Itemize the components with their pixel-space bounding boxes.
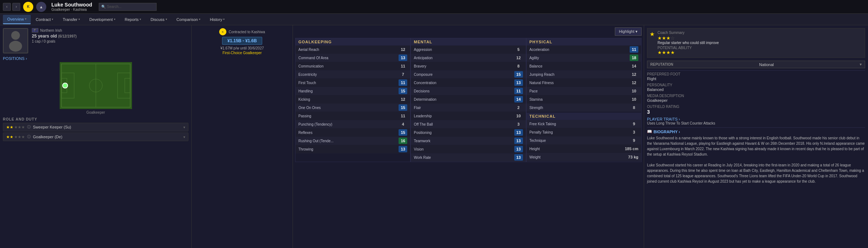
positions-label[interactable]: POSITIONS ›: [3, 56, 188, 61]
stat-stamina: Stamina 10: [527, 95, 641, 104]
preferred-foot-label: PREFERRED FOOT: [647, 72, 865, 76]
stat-first-touch: First Touch 11: [295, 79, 410, 87]
stat-decisions: Decisions 11: [411, 87, 526, 95]
mental-header: MENTAL: [411, 38, 526, 45]
personality-block: PERSONALITY Balanced: [647, 83, 865, 92]
dropdown-arrow-1[interactable]: ▾: [183, 125, 185, 129]
menu-history[interactable]: History ▾: [205, 15, 229, 24]
highlight-bar: Highlight ▾: [295, 27, 642, 36]
stat-leadership: Leadership 10: [411, 112, 526, 120]
stat-acceleration: Acceleration 11: [527, 45, 641, 54]
stat-aggression: Aggression 5: [411, 45, 526, 54]
personality-value: Balanced: [647, 87, 865, 92]
stat-concentration: Concentration 13: [411, 79, 526, 87]
pitch-label: Goalkeeper: [3, 110, 188, 114]
traits-label[interactable]: PLAYER TRAITS ›: [647, 117, 865, 121]
traits-item: Uses Long Throw To Start Counter Attacks: [647, 121, 865, 125]
menu-arrow: ▾: [166, 18, 167, 21]
biography-section: 📖 BIOGRAPHY › Luke Southwood is a name m…: [647, 129, 865, 184]
flag-icon: 🏴: [32, 28, 38, 32]
player-caps: 1 cap / 0 goals: [32, 39, 188, 43]
stat-reflexes: Reflexes 15: [295, 129, 410, 137]
stat-agility: Agility 18: [527, 54, 641, 62]
menu-bar: Overview ▾ Contract ▾ Transfer ▾ Develop…: [0, 14, 868, 25]
info-icon-2: ⓘ: [27, 134, 31, 139]
role-name-1: Sweeper Keeper (Su): [33, 125, 181, 129]
svg-point-0: [11, 31, 20, 40]
biography-title: 📖 BIOGRAPHY ›: [647, 129, 865, 134]
contract-role: First-Choice Goalkeeper: [222, 51, 261, 55]
stat-technique: Technique 9: [527, 136, 641, 145]
menu-overview[interactable]: Overview ▾: [3, 15, 31, 24]
role-item-1[interactable]: ★★★★★ ⓘ Sweeper Keeper (Su) ▾: [3, 123, 188, 131]
menu-arrow: ▾: [52, 18, 53, 21]
mental-section: MENTAL Aggression 5 Anticipation 12 Brav…: [410, 38, 526, 162]
personality-label: PERSONALITY: [647, 83, 865, 87]
stat-bravery: Bravery 8: [411, 62, 526, 70]
up-arrow-btn[interactable]: ▲: [36, 2, 46, 12]
center-panel: Highlight ▾ GOALKEEPING Aerial Reach 12 …: [293, 25, 644, 248]
role-item-2[interactable]: ★★★★★ ⓘ Goalkeeper (De) ▾: [3, 132, 188, 141]
stat-flair: Flair 2: [411, 104, 526, 112]
biography-icon: 📖: [647, 129, 652, 134]
player-subtitle: Goalkeeper · Kashiwa: [51, 8, 92, 12]
stat-penalty-taking: Penalty Taking 3: [527, 128, 641, 136]
stat-positioning: Positioning 13: [411, 129, 526, 137]
media-label: MEDIA DESCRIPTION: [647, 94, 865, 98]
menu-discuss[interactable]: Discuss ▾: [146, 15, 171, 24]
highlight-button[interactable]: Highlight ▾: [615, 27, 642, 36]
dropdown-arrow-2[interactable]: ▾: [183, 135, 185, 139]
player-title: Luke Southwood Goalkeeper · Kashiwa: [51, 2, 92, 12]
role-duty: ROLE AND DUTY ★★★★★ ⓘ Sweeper Keeper (Su…: [3, 117, 188, 141]
stats-grid: GOALKEEPING Aerial Reach 12 Command Of A…: [295, 38, 642, 162]
stat-rushing-out: Rushing Out (Tende... 16: [295, 137, 410, 145]
role-name-2: Goalkeeper (De): [33, 135, 181, 139]
coach-summary-box: ★ Coach Summary ★★★☆ Regular starter who…: [647, 28, 865, 58]
stat-eccentricity: Eccentricity 7: [295, 70, 410, 79]
svg-point-10: [63, 83, 68, 88]
reputation-dropdown[interactable]: REPUTATION National ▾: [647, 61, 865, 68]
menu-arrow: ▾: [199, 18, 200, 21]
stat-height: Height 185 cm: [527, 145, 641, 153]
stat-handling: Handling 15: [295, 87, 410, 95]
right-panel: ★ Coach Summary ★★★☆ Regular starter who…: [644, 25, 868, 248]
reputation-section: REPUTATION National ▾: [647, 61, 865, 68]
divider-2: [647, 127, 865, 128]
forward-button[interactable]: ›: [12, 3, 20, 11]
goalkeeping-header: GOALKEEPING: [295, 38, 410, 45]
stat-anticipation: Anticipation 12: [411, 54, 526, 62]
stat-jumping-reach: Jumping Reach 12: [527, 70, 641, 79]
physical-header: PHYSICAL: [527, 38, 641, 45]
menu-reports[interactable]: Reports ▾: [120, 15, 146, 24]
left-panel: 🏴 Northern Irish 25 years old (6/12/1997…: [0, 25, 192, 248]
menu-arrow: ▾: [114, 18, 115, 21]
search-box[interactable]: 🔍 Search...: [99, 3, 157, 11]
menu-arrow: ▾: [223, 18, 225, 21]
menu-comparison[interactable]: Comparison ▾: [172, 15, 205, 24]
coach-stars: ★★★☆: [658, 35, 719, 41]
pitch-container: [60, 62, 132, 110]
divider-1: [647, 70, 865, 71]
preferred-foot-block: PREFERRED FOOT Right: [647, 72, 865, 81]
reputation-value: National: [759, 62, 774, 67]
menu-development[interactable]: Development ▾: [85, 15, 120, 24]
stat-punching: Punching (Tendency) 4: [295, 120, 410, 129]
player-traits-block: PLAYER TRAITS › Uses Long Throw To Start…: [647, 117, 865, 125]
stat-free-kick: Free Kick Taking 9: [527, 120, 641, 128]
stat-passing: Passing 11: [295, 112, 410, 120]
goalkeeping-section: GOALKEEPING Aerial Reach 12 Command Of A…: [295, 38, 410, 162]
stat-natural-fitness: Natural Fitness 12: [527, 79, 641, 87]
coach-label: Coach Summary: [658, 31, 719, 35]
info-icon-1: ⓘ: [27, 125, 31, 130]
stat-one-on-ones: One On Ones 15: [295, 104, 410, 112]
back-button[interactable]: ‹: [3, 3, 11, 11]
physical-section: PHYSICAL Acceleration 11 Agility 18 Bala…: [526, 38, 642, 162]
contracted-label: Contracted to Kashiwa: [229, 30, 265, 34]
potential-stars: ★★★★: [658, 50, 719, 55]
menu-transfer[interactable]: Transfer ▾: [58, 15, 84, 24]
role-duty-label: ROLE AND DUTY: [3, 117, 188, 121]
stat-off-the-ball: Off The Ball 3: [411, 120, 526, 129]
stat-strength: Strength 8: [527, 104, 641, 112]
stat-determination: Determination 14: [411, 95, 526, 104]
menu-contract[interactable]: Contract ▾: [31, 15, 58, 24]
